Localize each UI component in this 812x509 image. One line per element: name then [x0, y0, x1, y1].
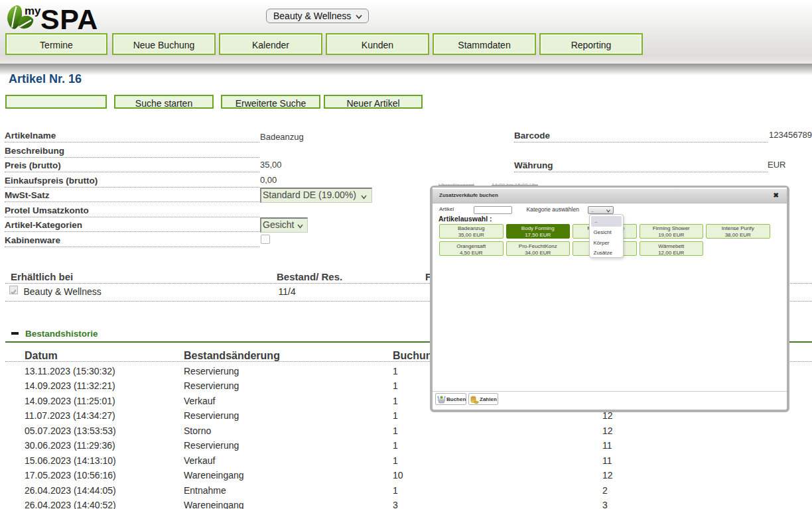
- svg-text:my: my: [25, 5, 41, 17]
- svg-text:SPA: SPA: [40, 3, 98, 34]
